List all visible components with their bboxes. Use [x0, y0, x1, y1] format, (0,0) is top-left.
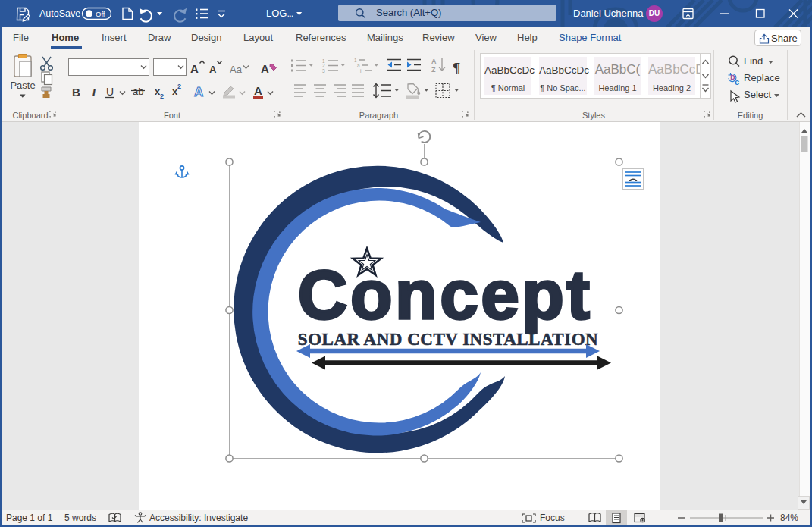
- svg-text:Concept: Concept: [298, 256, 593, 333]
- svg-text:SOLAR AND CCTV INSTALLATION: SOLAR AND CCTV INSTALLATION: [298, 330, 598, 349]
